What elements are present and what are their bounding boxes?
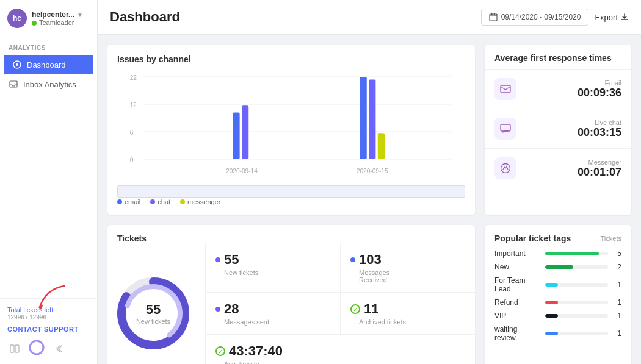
svg-rect-26 bbox=[501, 85, 510, 93]
tag-row: For Team Lead 1 bbox=[494, 276, 621, 293]
sidebar-toggle-icon[interactable] bbox=[7, 341, 22, 356]
tag-bar bbox=[545, 314, 558, 318]
stat-messages-sent: 28 Messages sent bbox=[205, 293, 340, 335]
archived-number: 11 bbox=[364, 301, 378, 317]
chat-legend-label: chat bbox=[158, 198, 170, 205]
date-range-label: 09/14/2020 - 09/15/2020 bbox=[501, 13, 581, 21]
messages-sent-number: 28 bbox=[224, 301, 239, 317]
stat-avg-time: ✓ 43:37:40 Avg. time toarchive bbox=[205, 335, 475, 364]
stat-messages-received: 103 MessagesReceived bbox=[340, 243, 475, 293]
chart-area: 22 12 6 0 bbox=[117, 71, 465, 193]
sidebar: hc helpcenter... ▼ Teamleader ANALYTICS … bbox=[0, 0, 98, 364]
legend-chat: chat bbox=[150, 198, 170, 205]
tag-bar bbox=[545, 301, 558, 304]
messenger-response-time: 00:01:07 bbox=[578, 166, 621, 179]
tags-header: Popular ticket tags Tickets bbox=[494, 234, 621, 243]
chart-scrollbar[interactable] bbox=[117, 185, 465, 198]
svg-rect-3 bbox=[10, 345, 14, 352]
svg-rect-10 bbox=[494, 13, 495, 15]
sidebar-item-dashboard[interactable]: Dashboard bbox=[4, 55, 93, 74]
calendar-icon bbox=[489, 13, 498, 21]
stat-messages-received-header: 103 bbox=[350, 252, 465, 268]
response-times-card: Average first response times Email 00:09… bbox=[485, 45, 631, 215]
tag-bar-container bbox=[545, 265, 608, 269]
sidebar-item-inbox-analytics[interactable]: Inbox Analytics bbox=[0, 74, 97, 94]
donut-chart: 55 New tickets bbox=[114, 274, 193, 353]
inbox-analytics-label: Inbox Analytics bbox=[23, 80, 76, 89]
chat-icon bbox=[500, 124, 511, 134]
svg-text:6: 6 bbox=[130, 129, 134, 136]
contact-support-link[interactable]: CONTACT SUPPORT bbox=[7, 326, 90, 333]
issues-chart-title: Issues by channel bbox=[117, 54, 465, 64]
email-legend-label: email bbox=[125, 198, 140, 205]
tag-count: 2 bbox=[613, 263, 621, 271]
stat-new-tickets-header: 55 bbox=[215, 252, 330, 268]
inbox-icon bbox=[9, 79, 18, 89]
svg-rect-22 bbox=[369, 80, 375, 160]
svg-text:0: 0 bbox=[130, 157, 134, 163]
messenger-response-label: Messenger bbox=[588, 159, 621, 166]
archived-label: Archived tickets bbox=[359, 318, 465, 326]
livechat-response-label: Live chat bbox=[595, 119, 621, 126]
tag-name: New bbox=[494, 263, 540, 271]
donut-number: 55 bbox=[136, 302, 170, 318]
avatar: hc bbox=[7, 9, 27, 28]
messages-received-label: MessagesReceived bbox=[359, 269, 465, 284]
tag-row: Important 5 bbox=[494, 249, 621, 258]
email-response-label: Email bbox=[604, 79, 621, 87]
svg-rect-4 bbox=[15, 345, 19, 352]
messenger-icon bbox=[500, 163, 511, 174]
messenger-response-icon bbox=[494, 157, 516, 179]
legend-email: email bbox=[117, 198, 140, 205]
tag-count: 1 bbox=[613, 298, 621, 307]
tags-tickets-label: Tickets bbox=[601, 235, 621, 242]
header-actions: 09/14/2020 - 09/15/2020 Export bbox=[481, 9, 629, 26]
tag-bar-container bbox=[545, 301, 608, 304]
sidebar-bottom-bar bbox=[7, 339, 90, 358]
chat-legend-dot bbox=[150, 199, 155, 204]
date-range-button[interactable]: 09/14/2020 - 09/15/2020 bbox=[481, 9, 589, 26]
tickets-stats-grid: 55 New tickets 103 MessagesReceived bbox=[205, 243, 475, 364]
chevron-down-icon[interactable]: ▼ bbox=[77, 12, 83, 18]
tag-bar-container bbox=[545, 252, 608, 255]
email-response-info: Email 00:09:36 bbox=[525, 79, 621, 99]
email-response-time: 00:09:36 bbox=[578, 87, 621, 99]
tag-row: waiting review 1 bbox=[494, 325, 621, 342]
tag-bar bbox=[545, 252, 599, 255]
tickets-left-label: Total tickets left bbox=[7, 305, 90, 314]
tag-count: 1 bbox=[613, 280, 621, 289]
stat-new-tickets: 55 New tickets bbox=[205, 243, 340, 293]
donut-label: 55 New tickets bbox=[136, 302, 170, 325]
tag-name: VIP bbox=[494, 312, 540, 320]
stat-archived-tickets: ✓ 11 Archived tickets bbox=[340, 293, 475, 335]
archived-check-icon: ✓ bbox=[350, 304, 360, 314]
tag-bar-container bbox=[545, 283, 608, 287]
response-livechat: Live chat 00:03:15 bbox=[485, 109, 631, 149]
response-messenger: Messenger 00:01:07 bbox=[485, 149, 631, 188]
donut-text: New tickets bbox=[136, 318, 170, 325]
tag-row: New 2 bbox=[494, 263, 621, 271]
collapse-icon[interactable] bbox=[51, 341, 66, 356]
export-button[interactable]: Export bbox=[595, 13, 629, 22]
messages-received-number: 103 bbox=[359, 252, 382, 268]
tag-bar bbox=[545, 265, 573, 269]
messenger-legend-dot bbox=[180, 199, 185, 204]
messages-received-dot bbox=[350, 257, 355, 262]
stat-archived-header: ✓ 11 bbox=[350, 301, 465, 317]
tag-row: VIP 1 bbox=[494, 312, 621, 320]
email-icon bbox=[500, 85, 511, 93]
svg-rect-27 bbox=[501, 124, 510, 131]
bar-chart: 22 12 6 0 bbox=[117, 71, 465, 181]
tag-bar bbox=[545, 283, 558, 287]
tag-row: Refund 1 bbox=[494, 298, 621, 307]
livechat-response-info: Live chat 00:03:15 bbox=[525, 119, 621, 139]
response-times-title: Average first response times bbox=[485, 45, 631, 70]
tickets-left-text: Total tickets left bbox=[7, 306, 53, 313]
stat-avg-time-header: ✓ 43:37:40 bbox=[215, 343, 465, 359]
legend-messenger: messenger bbox=[180, 198, 220, 205]
chart-legend: email chat messenger bbox=[117, 198, 465, 205]
svg-rect-19 bbox=[233, 113, 239, 160]
livechat-response-time: 00:03:15 bbox=[578, 126, 621, 139]
messages-sent-dot bbox=[215, 307, 220, 312]
sidebar-footer: Total tickets left 12996 / 12996 CONTACT… bbox=[0, 298, 97, 364]
